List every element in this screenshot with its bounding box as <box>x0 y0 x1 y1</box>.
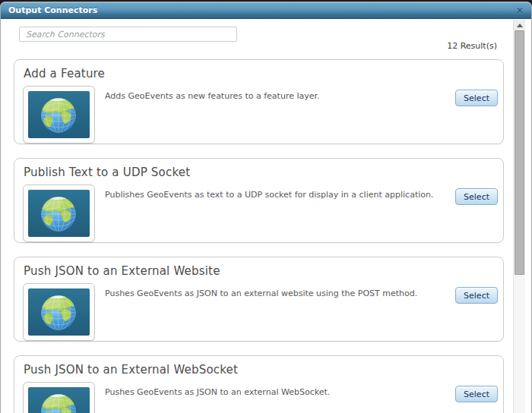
scroll-up-button[interactable] <box>514 20 525 30</box>
select-button[interactable]: Select <box>455 386 498 402</box>
output-connectors-dialog: Output Connectors ✕ 12 Result(s) Add a F… <box>0 2 532 413</box>
globe-icon <box>28 91 90 138</box>
connector-list: Add a Feature Adds GeoEvents as new feat… <box>14 59 504 413</box>
connector-card-publish-text-udp: Publish Text to a UDP Socket Publishes G… <box>14 158 504 243</box>
globe-icon <box>28 288 90 336</box>
connector-card-push-json-website: Push JSON to an External Website Pushes … <box>14 257 504 342</box>
connector-thumbnail <box>23 86 95 143</box>
select-button[interactable]: Select <box>455 188 498 205</box>
connector-title: Add a Feature <box>24 67 498 80</box>
scrollbar-thumb[interactable] <box>515 30 524 275</box>
connector-card-push-json-websocket: Push JSON to an External WebSocket Pushe… <box>14 355 504 413</box>
connector-description: Pushes GeoEvents as JSON to an external … <box>95 382 455 398</box>
connector-card-add-a-feature: Add a Feature Adds GeoEvents as new feat… <box>14 59 504 144</box>
dialog-content: 12 Result(s) Add a Feature Adds GeoEvent… <box>1 20 531 413</box>
connector-thumbnail <box>23 382 95 413</box>
dialog-titlebar: Output Connectors ✕ <box>1 2 531 19</box>
chevron-up-icon <box>517 24 523 27</box>
connector-thumbnail <box>23 184 95 242</box>
connector-description: Pushes GeoEvents as JSON to an external … <box>95 283 455 299</box>
connector-title: Push JSON to an External WebSocket <box>24 363 498 377</box>
select-button[interactable]: Select <box>455 287 498 304</box>
search-input[interactable] <box>19 27 237 42</box>
dialog-title: Output Connectors <box>8 5 97 15</box>
select-button[interactable]: Select <box>455 90 498 106</box>
results-count: 12 Result(s) <box>447 41 497 51</box>
connector-thumbnail <box>23 283 95 341</box>
globe-icon <box>28 190 90 237</box>
connector-title: Push JSON to an External Website <box>24 264 498 278</box>
globe-icon <box>28 387 90 413</box>
connector-description: Adds GeoEvents as new features to a feat… <box>95 86 455 102</box>
connector-description: Publishes GeoEvents as text to a UDP soc… <box>95 184 455 200</box>
vertical-scrollbar[interactable] <box>513 20 525 413</box>
connector-title: Publish Text to a UDP Socket <box>24 166 498 179</box>
close-icon[interactable]: ✕ <box>516 6 524 15</box>
